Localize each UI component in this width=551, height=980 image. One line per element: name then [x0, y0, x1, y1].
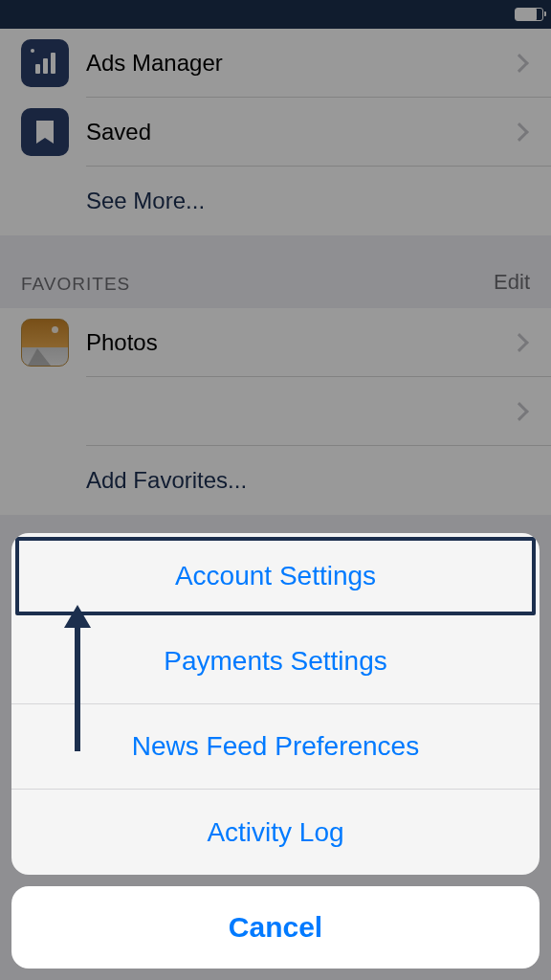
- cancel-button[interactable]: Cancel: [11, 886, 540, 969]
- action-sheet: Account Settings Payments Settings News …: [0, 522, 551, 980]
- arrow-annotation-icon: [75, 622, 80, 751]
- option-payments-settings[interactable]: Payments Settings: [11, 619, 540, 704]
- option-account-settings[interactable]: Account Settings: [15, 537, 536, 615]
- option-news-feed-preferences[interactable]: News Feed Preferences: [11, 704, 540, 790]
- action-sheet-options: Account Settings Payments Settings News …: [11, 533, 540, 875]
- option-activity-log[interactable]: Activity Log: [11, 790, 540, 875]
